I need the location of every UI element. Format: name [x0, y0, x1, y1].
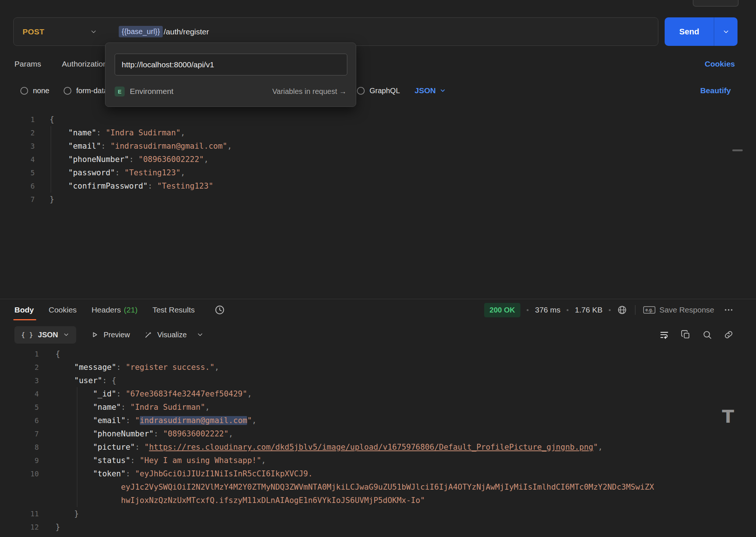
line-number: 8 — [7, 440, 39, 454]
link-icon[interactable] — [723, 330, 734, 340]
radio-none[interactable]: none — [20, 81, 50, 100]
tab-response-body[interactable]: Body — [14, 305, 34, 314]
radio-form-data[interactable]: form-data — [64, 81, 108, 100]
line-number: 11 — [7, 507, 39, 520]
url-input[interactable]: {{base_url}} /auth/register — [119, 26, 209, 37]
beautify-link[interactable]: Beautify — [700, 81, 731, 100]
wand-icon — [144, 330, 153, 339]
code-line: 10 "token": "eyJhbGciOiJIUzI1NiIsInR5cCI… — [7, 467, 749, 480]
example-icon: e.g. — [643, 306, 655, 314]
search-icon[interactable] — [702, 330, 712, 340]
wrap-text-icon[interactable] — [659, 330, 669, 340]
raw-language-select[interactable]: JSON — [415, 81, 446, 100]
line-number: 4 — [7, 153, 35, 166]
line-number: 10 — [7, 467, 39, 480]
more-options-icon[interactable] — [723, 305, 734, 315]
network-globe-icon[interactable] — [617, 305, 627, 315]
radio-graphql-label: GraphQL — [369, 87, 400, 95]
radio-graphql[interactable]: GraphQL — [357, 81, 400, 100]
chevron-down-icon[interactable] — [196, 331, 204, 338]
play-icon — [90, 330, 99, 339]
environment-icon: E — [115, 87, 125, 97]
request-tabs: Params Authorization — [14, 56, 107, 72]
variable-value-input[interactable] — [115, 54, 347, 75]
chevron-down-icon — [722, 28, 730, 36]
url-variable-chip[interactable]: {{base_url}} — [119, 26, 163, 37]
line-number: 5 — [7, 401, 39, 414]
code-line: 6 "email": "indrasudirman@gmail.com", — [7, 414, 749, 427]
response-code: 1{2 "message": "register success.",3 "us… — [7, 347, 749, 534]
url-path-text: /auth/register — [163, 27, 209, 36]
line-number: 7 — [7, 193, 35, 206]
dot-separator — [609, 309, 611, 311]
code-line: 1{ — [7, 347, 749, 361]
tab-authorization[interactable]: Authorization — [62, 60, 107, 68]
code-line: 11 } — [7, 507, 749, 520]
code-line: 9 "status": "Hey I am using Whatsapp!", — [7, 454, 749, 467]
code-line: 5 "name": "Indra Sudirman", — [7, 401, 749, 414]
method-selector[interactable]: POST — [14, 18, 107, 45]
code-line: eyJ1c2VySWQiOiI2N2VlMzY4M2Y0ZTMyNDQ3ZWVm… — [7, 480, 749, 494]
status-badge[interactable]: 200 OK — [484, 303, 521, 317]
variable-popover-footer: E Environment Variables in request → — [115, 81, 347, 102]
line-number: 2 — [7, 126, 35, 139]
line-number: 1 — [7, 113, 35, 126]
tab-params[interactable]: Params — [14, 60, 41, 68]
divider-vertical — [635, 305, 635, 315]
tab-response-headers[interactable]: Headers(21) — [91, 305, 138, 314]
chevron-down-icon — [90, 28, 97, 36]
line-number: 3 — [7, 139, 35, 153]
headers-count-badge: (21) — [124, 305, 138, 314]
environment-scope-label: Environment — [130, 87, 173, 96]
code-line: 2 "name": "Indra Sudirman", — [7, 126, 749, 139]
line-number — [7, 494, 39, 507]
line-number: 5 — [7, 166, 35, 179]
cookies-link[interactable]: Cookies — [705, 56, 735, 72]
response-toolbar: { } JSON Preview Visualize — [14, 326, 734, 344]
visualize-label: Visualize — [157, 331, 187, 339]
chevron-down-icon — [439, 87, 446, 94]
headers-label: Headers — [91, 305, 121, 314]
request-body-editor[interactable]: 1{2 "name": "Indra Sudirman",3 "email": … — [7, 113, 749, 206]
code-line: 7 "phoneNumber": "089636002222", — [7, 427, 749, 440]
code-line: 12} — [7, 520, 749, 534]
code-line: 3 "user": { — [7, 374, 749, 387]
postman-app: POST {{base_url}} /auth/register Send Pa… — [0, 0, 756, 537]
line-number: 3 — [7, 374, 39, 387]
line-number: 1 — [7, 347, 39, 361]
history-icon[interactable] — [214, 304, 225, 315]
response-header: Body Cookies Headers(21) Test Results 20… — [0, 299, 756, 321]
save-response-button[interactable]: e.g. Save Response — [643, 305, 714, 314]
braces-icon: { } — [21, 331, 33, 339]
variable-popover: E Environment Variables in request → — [105, 43, 356, 107]
send-button[interactable]: Send — [665, 17, 714, 46]
line-number — [7, 480, 39, 494]
variables-in-request-link[interactable]: Variables in request → — [272, 87, 347, 96]
visualize-button[interactable]: Visualize — [144, 330, 187, 339]
response-format-select[interactable]: { } JSON — [14, 326, 76, 344]
code-line: 7} — [7, 193, 749, 206]
code-line: 2 "message": "register success.", — [7, 361, 749, 374]
response-time[interactable]: 376 ms — [535, 305, 560, 314]
indent-guide — [51, 126, 51, 193]
preview-button[interactable]: Preview — [90, 330, 130, 339]
radio-icon — [20, 87, 28, 95]
text-cursor-artifact: T — [722, 406, 734, 427]
code-line: 6 "confirmPassword": "Testing123" — [7, 179, 749, 193]
radio-icon — [64, 87, 71, 95]
format-label: JSON — [38, 331, 58, 339]
scrollbar-marker[interactable] — [732, 149, 743, 151]
active-tab-indicator — [13, 319, 36, 320]
tab-response-cookies[interactable]: Cookies — [49, 305, 77, 314]
send-options-button[interactable] — [714, 17, 738, 46]
preview-label: Preview — [104, 331, 130, 339]
line-number: 9 — [7, 454, 39, 467]
radio-none-label: none — [33, 87, 50, 95]
response-tabs: Body Cookies Headers(21) Test Results — [14, 299, 225, 321]
copy-icon[interactable] — [681, 330, 691, 340]
response-body-viewer[interactable]: 1{2 "message": "register success.",3 "us… — [7, 347, 749, 534]
partial-button-top-right — [693, 0, 739, 7]
request-code: 1{2 "name": "Indra Sudirman",3 "email": … — [7, 113, 749, 206]
response-size[interactable]: 1.76 KB — [575, 305, 603, 314]
tab-test-results[interactable]: Test Results — [152, 305, 195, 314]
